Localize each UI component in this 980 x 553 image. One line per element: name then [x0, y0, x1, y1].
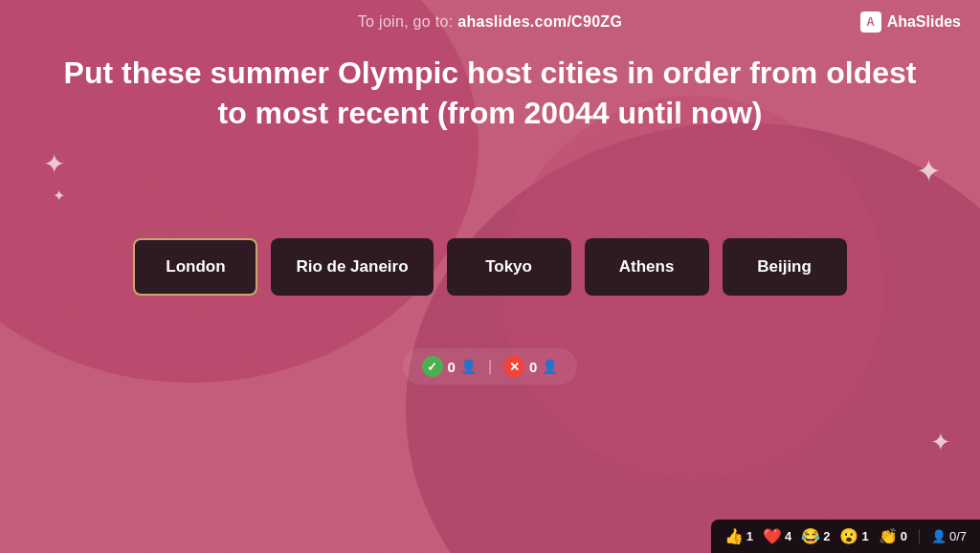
thumbsup-count: 1 — [746, 529, 753, 543]
city-card-tokyo[interactable]: Tokyo — [447, 238, 571, 296]
wow-count: 1 — [861, 529, 868, 543]
bottom-bar: 👍 1 ❤️ 4 😂 2 😮 1 👏 0 👤 0/7 — [711, 520, 980, 553]
bottom-divider — [919, 529, 920, 544]
reaction-thumbsup: 👍 1 — [724, 527, 753, 545]
wrong-count: 0 — [529, 359, 537, 375]
laugh-count: 2 — [823, 529, 830, 543]
reaction-laugh: 😂 2 — [801, 527, 830, 545]
city-card-london[interactable]: London — [133, 238, 257, 296]
main-content: Put these summer Olympic host cities in … — [0, 44, 980, 553]
top-bar: To join, go to: ahaslides.com/C90ZG A Ah… — [0, 0, 980, 44]
join-instruction: To join, go to: ahaslides.com/C90ZG — [358, 13, 622, 31]
laugh-emoji: 😂 — [801, 527, 820, 545]
question-title: Put these summer Olympic host cities in … — [59, 54, 921, 133]
stats-row: ✓ 0 👤 | ✕ 0 👤 — [403, 348, 578, 385]
logo-text: AhaSlides — [887, 13, 961, 31]
thumbsup-emoji: 👍 — [724, 527, 744, 545]
reaction-clap: 👏 0 — [879, 527, 907, 545]
clap-count: 0 — [901, 529, 907, 543]
clap-emoji: 👏 — [879, 527, 898, 545]
correct-stat: ✓ 0 👤 — [422, 356, 477, 377]
city-name-london: London — [166, 257, 225, 276]
correct-count: 0 — [448, 359, 456, 375]
join-url: ahaslides.com/C90ZG — [457, 13, 622, 30]
reaction-wow: 😮 1 — [839, 527, 868, 545]
participants-total: 7 — [960, 529, 967, 543]
city-name-beijing: Beijing — [757, 257, 812, 276]
heart-count: 4 — [785, 529, 791, 543]
correct-icon: ✓ — [422, 356, 443, 377]
city-card-beijing[interactable]: Beijing — [723, 238, 847, 296]
city-name-athens: Athens — [619, 257, 675, 276]
participants-icon: 👤 — [931, 529, 947, 543]
wow-emoji: 😮 — [839, 527, 858, 545]
participants-count: 0/7 — [949, 529, 967, 543]
page: To join, go to: ahaslides.com/C90ZG A Ah… — [0, 0, 980, 553]
participants-stat: 👤 0/7 — [931, 529, 967, 543]
city-name-tokyo: Tokyo — [485, 257, 532, 276]
correct-person-icon: 👤 — [460, 359, 477, 374]
join-prefix: To join, go to: — [358, 13, 457, 30]
wrong-stat: ✕ 0 👤 — [503, 356, 558, 377]
cities-row: London Rio de Janeiro Tokyo Athens Beiji… — [133, 238, 846, 296]
city-name-rio: Rio de Janeiro — [296, 257, 408, 276]
logo-letter: A — [866, 15, 875, 29]
participants-current: 0 — [949, 529, 956, 543]
logo-icon: A — [860, 11, 881, 33]
wrong-icon: ✕ — [503, 356, 524, 377]
city-card-athens[interactable]: Athens — [585, 238, 709, 296]
city-card-rio[interactable]: Rio de Janeiro — [271, 238, 433, 296]
ahaslides-logo: A AhaSlides — [860, 11, 961, 33]
stat-divider: | — [488, 358, 492, 375]
heart-emoji: ❤️ — [763, 527, 782, 545]
wrong-person-icon: 👤 — [542, 359, 558, 374]
reaction-heart: ❤️ 4 — [763, 527, 791, 545]
